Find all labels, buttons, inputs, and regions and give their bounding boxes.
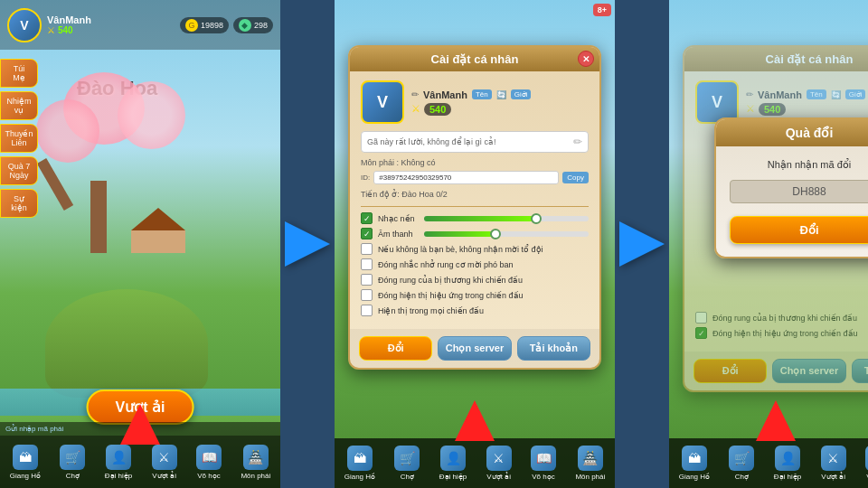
check3-box-3[interactable]: [695, 312, 707, 324]
menu-btn-quest[interactable]: Nhiệmvụ: [0, 91, 38, 120]
sound-checkbox[interactable]: ✓: [361, 228, 373, 239]
nav-btn-shop[interactable]: 🛒 Chợ: [60, 445, 85, 480]
tag-gioi[interactable]: Giới: [511, 89, 532, 99]
shop-icon: 🛒: [60, 445, 85, 470]
qua-doi-title-text: Quà đổi: [786, 126, 834, 140]
gem-value: 298: [254, 21, 268, 30]
copy-button[interactable]: Copy: [562, 172, 589, 183]
age-rating-badge: 8+: [593, 4, 611, 16]
nav2-btn-shop[interactable]: 🛒 Chợ: [394, 446, 420, 481]
tag3-gioi[interactable]: Giới: [845, 89, 866, 99]
tag3-divider: 🔄: [831, 90, 841, 99]
sound-label: Âm thanh: [378, 230, 419, 239]
hero-icon: 👤: [106, 445, 131, 470]
nav3-btn-hero[interactable]: 👤 Đại hiệp: [774, 446, 801, 481]
battle-icon: ⚔: [152, 445, 177, 470]
combat-number: 540: [424, 103, 451, 116]
gold-value: 19898: [201, 21, 223, 30]
player-avatar: V: [7, 8, 42, 42]
tag-ten[interactable]: Tên: [472, 89, 492, 99]
nav3-label-world: Giang Hồ: [679, 473, 710, 481]
tree-branch: [37, 158, 73, 211]
chon-server-button[interactable]: Chọn server: [438, 336, 511, 361]
header-bar: V VânManh ⚔ 540 G 19898 ◆ 298: [0, 0, 280, 50]
qua-doi-confirm-button[interactable]: Đổi: [730, 216, 868, 244]
menu-btn-bag[interactable]: TúiMẹ: [0, 59, 38, 88]
chon-server3-button[interactable]: Chọn server: [772, 359, 845, 383]
third-panel: 8+ Cài đặt cá nhân ✕ V ✏ VânManh Tên 🔄: [669, 0, 868, 488]
settings-dialog: Cài đặt cá nhân ✕ V ✏ VânManh Tên 🔄 Giới: [348, 45, 601, 370]
menu-btn-league[interactable]: ThuyềnLiên: [0, 124, 38, 153]
dialog-panel-1: 8+ Cài đặt cá nhân ✕ V ✏ VânManh Tên 🔄: [335, 0, 615, 488]
music-checkbox[interactable]: ✓: [361, 212, 373, 224]
gold-currency: G 19898: [180, 17, 229, 33]
dialog3-buttons: Đổi Chọn server Tải khoản: [684, 352, 868, 390]
doi3-button[interactable]: Đổi: [693, 359, 767, 383]
sound-slider-track[interactable]: [424, 231, 589, 237]
chat-text: Gửi nhập mã phái: [5, 425, 63, 433]
bio-edit-icon[interactable]: ✏: [573, 136, 582, 148]
tag-divider: 🔄: [496, 90, 506, 99]
nav-label-skill: Võ học: [197, 472, 220, 480]
tai-khoan-button[interactable]: Tải khoản: [517, 336, 590, 361]
nav2-label-world: Giang Hồ: [344, 473, 375, 481]
nav-btn-hero[interactable]: 👤 Đại hiệp: [105, 445, 132, 480]
nav-btn-world[interactable]: 🏔 Giang Hồ: [10, 445, 41, 480]
level-number: 540: [58, 25, 73, 35]
nav3-btn-world[interactable]: 🏔 Giang Hồ: [679, 446, 710, 481]
nav2-btn-sect[interactable]: 🏯 Môn phái: [575, 446, 605, 481]
checkbox-4-label: Đóng hiện thị hiệu ứng trong chiến đấu: [378, 291, 524, 300]
id-row: ID: #38975242950329570 Copy: [361, 171, 589, 184]
combat-row: ⚔ 540: [411, 103, 589, 116]
qua-doi-body: Nhận nhận mã đổi DH888 Đổi: [716, 146, 868, 257]
nav-btn-battle[interactable]: ⚔ Vượt ải: [152, 445, 177, 480]
settings-close-button[interactable]: ✕: [578, 51, 594, 67]
nav3-btn-battle[interactable]: ⚔ Vượt ải: [821, 446, 846, 481]
side-menu: TúiMẹ Nhiệmvụ ThuyềnLiên Quà 7Ngày Sựkiệ…: [0, 59, 38, 218]
arrow-up-shape: [120, 404, 160, 445]
arrow-up-indicator-2: [455, 400, 495, 441]
checkbox-2[interactable]: [361, 258, 373, 270]
music-slider-fill: [424, 216, 539, 221]
menu-btn-event[interactable]: Sựkiện: [0, 189, 38, 218]
nav2-btn-world[interactable]: 🏔 Giang Hồ: [344, 446, 375, 481]
qua-doi-input[interactable]: DH888: [730, 180, 868, 203]
nav-btn-skill[interactable]: 📖 Võ học: [196, 445, 222, 480]
nav-label-hero: Đại hiệp: [105, 472, 132, 480]
profile3-details: ✏ VânManh Tên 🔄 Giới ⚔ 540: [746, 89, 868, 116]
game-panel: V VânManh ⚔ 540 G 19898 ◆ 298 Đào H: [0, 0, 280, 488]
music-slider-thumb[interactable]: [531, 213, 542, 224]
nav2-btn-skill[interactable]: 📖 Võ học: [531, 446, 556, 481]
checkbox-3[interactable]: [361, 274, 373, 286]
menu-btn-gift7[interactable]: Quà 7Ngày: [0, 156, 38, 185]
nav2-hero-icon: 👤: [440, 446, 466, 471]
nav3-btn-shop[interactable]: 🛒 Chợ: [729, 446, 754, 481]
check3-box-4[interactable]: ✓: [695, 327, 707, 339]
dialog3-bottom-bar: 🏔 Giang Hồ 🛒 Chợ 👤 Đại hiệp ⚔ Vượt ải 📖 …: [669, 438, 868, 488]
check-row-2: Đóng nhắc nhở rung cơ mời phó ban: [361, 258, 589, 270]
checkbox-2-label: Đóng nhắc nhở rung cơ mời phó ban: [378, 260, 514, 269]
tag3-ten[interactable]: Tên: [807, 89, 826, 99]
nav3-label-battle: Vượt ải: [821, 473, 845, 481]
check-row-1: Nếu không là bạn bè, không nhận mời tổ đ…: [361, 243, 589, 255]
checkbox-5[interactable]: [361, 305, 373, 316]
arrow-up-shape-2: [455, 400, 495, 441]
nav-btn-sect[interactable]: 🏯 Môn phái: [241, 445, 270, 480]
sound-slider-thumb[interactable]: [490, 229, 501, 239]
tai-khoan3-button[interactable]: Tải khoản: [852, 359, 868, 383]
check3-row-4: ✓ Đóng hiện thị hiệu ứng trong chiến đấu: [695, 327, 868, 339]
check-row-5: Hiện thị trong mọi chiến đấu: [361, 305, 589, 316]
divider-1: [361, 206, 589, 207]
nav2-btn-hero[interactable]: 👤 Đại hiệp: [439, 446, 467, 481]
slider-music: ✓ Nhạc nền: [361, 212, 589, 224]
nav2-sect-icon: 🏯: [578, 446, 603, 471]
nav2-btn-battle[interactable]: ⚔ Vượt ải: [486, 446, 512, 481]
checkbox-4[interactable]: [361, 289, 373, 301]
music-slider-track[interactable]: [424, 216, 589, 221]
mountain: [45, 289, 208, 398]
checkbox-1[interactable]: [361, 243, 373, 255]
qua-doi-label: Nhận nhận mã đổi: [730, 159, 868, 171]
id-label: ID:: [361, 174, 370, 182]
check-row-3: Đóng rung của bị thương khi chiến đấu: [361, 274, 589, 286]
doi-button[interactable]: Đổi: [359, 336, 432, 361]
